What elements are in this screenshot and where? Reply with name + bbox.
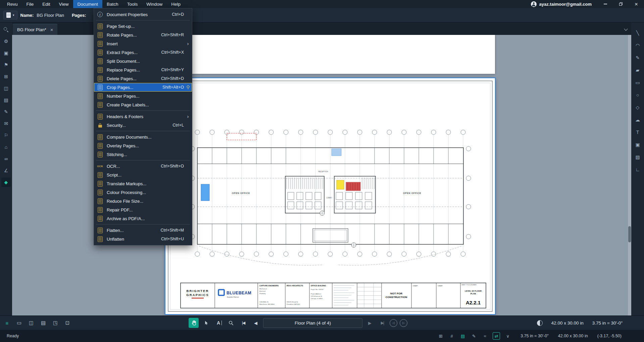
tab-close-icon[interactable]: ×	[50, 27, 53, 32]
markup-list-toggle-icon[interactable]: ≡	[3, 319, 11, 327]
line-tool-icon[interactable]: ╲	[633, 28, 642, 38]
rectangle-tool-icon[interactable]: ▭	[633, 78, 642, 87]
red-hatch-markup[interactable]	[346, 182, 360, 191]
text-tool-icon[interactable]: T	[633, 128, 642, 137]
next-view-button[interactable]: ▷	[400, 319, 407, 327]
menu-tools[interactable]: Tools	[123, 0, 142, 8]
blue-room-markup[interactable]	[332, 149, 341, 156]
first-page-button[interactable]: |◀	[238, 318, 248, 328]
stamp-tool-icon[interactable]: ▣	[633, 140, 642, 149]
signature-status-icon[interactable]: ≈	[482, 333, 488, 339]
menu-item[interactable]: Split Document... ›	[94, 57, 192, 65]
menu-item[interactable]: Create Page Labels... ›	[94, 100, 192, 109]
menu-item[interactable]: Insert ›	[94, 39, 192, 48]
search-panel-icon[interactable]	[1, 25, 11, 34]
thumbnails-panel-icon[interactable]: ⊞	[1, 72, 11, 81]
polygon-tool-icon[interactable]: ◇	[633, 103, 642, 112]
minimize-button[interactable]	[598, 0, 613, 8]
side-by-side-view-icon[interactable]: ◫	[27, 319, 36, 327]
spaces-panel-icon[interactable]: ⌂	[1, 142, 11, 152]
sync-status-icon[interactable]: ⇄	[493, 332, 500, 340]
fit-page-icon[interactable]: ⊡	[63, 319, 72, 327]
menu-item[interactable]: Extract Pages... Ctrl+Shift+X ›	[94, 48, 192, 57]
menu-edit[interactable]: Edit	[38, 0, 54, 8]
menu-item[interactable]: Compare Documents... ›	[94, 133, 192, 141]
vertical-scrollbar[interactable]	[628, 35, 631, 316]
menu-item[interactable]: Replace Pages... Ctrl+Shift+Y ›	[94, 65, 192, 74]
page-properties-icon[interactable]: ▤	[459, 333, 466, 339]
menu-item[interactable]: Flatten... Ctrl+Shift+M ›	[94, 226, 192, 235]
tab-bg-floor-plan[interactable]: BG Floor Plan* ×	[13, 24, 57, 35]
last-page-button[interactable]: ▶|	[377, 318, 387, 328]
tool-chest-panel-icon[interactable]: ▣	[1, 48, 11, 58]
blue-highlight-markup[interactable]	[201, 184, 209, 201]
menu-window[interactable]: Window	[142, 0, 167, 8]
previous-view-button[interactable]: ◁	[390, 319, 397, 327]
flags-panel-icon[interactable]: ⚐	[1, 131, 11, 140]
menu-item[interactable]: Headers & Footers ›	[94, 112, 192, 121]
menu-document[interactable]: Document	[73, 0, 103, 8]
tab-list-button[interactable]	[625, 26, 627, 32]
account-button[interactable]: ayaz.taimoor@gmail.com	[531, 1, 592, 7]
menu-item[interactable]: Archive as PDF/A... ›	[94, 214, 192, 223]
menu-item[interactable]: Script... ›	[94, 170, 192, 179]
menu-item[interactable]: Security... Ctrl+L ›	[94, 121, 192, 130]
menu-help[interactable]: Help	[167, 0, 185, 8]
ellipse-tool-icon[interactable]: ○	[633, 90, 642, 100]
pin-icon[interactable]	[186, 85, 190, 90]
cloud-tool-icon[interactable]: ☁	[633, 115, 642, 125]
layers-panel-icon[interactable]: ▤	[1, 95, 11, 105]
menu-item[interactable]: OCR... Ctrl+Shift+O ›	[94, 162, 192, 170]
markup-toggle-icon[interactable]: ✎	[470, 333, 477, 339]
grid-toggle-icon[interactable]: ⊞	[437, 333, 444, 339]
menu-item[interactable]: Colour Processing... ›	[94, 188, 192, 197]
measure-tool-icon[interactable]: ∟	[633, 165, 642, 174]
bookmarks-panel-icon[interactable]: ⚑	[1, 60, 11, 69]
menu-item[interactable]: Repair PDF... ›	[94, 205, 192, 214]
menu-item[interactable]: Translate Markups... ›	[94, 179, 192, 188]
menu-item[interactable]: Reduce File Size... ›	[94, 197, 192, 205]
pen-tool-icon[interactable]: ✎	[633, 53, 642, 62]
arc-tool-icon[interactable]: ◠	[633, 41, 642, 50]
highlighter-tool-icon[interactable]: ▰	[633, 65, 642, 75]
menu-file[interactable]: File	[22, 0, 38, 8]
menu-item[interactable]: Stitching... ›	[94, 150, 192, 159]
select-tool-button[interactable]	[201, 318, 211, 328]
zoom-tool-button[interactable]	[226, 318, 236, 328]
menu-revu[interactable]: Revu	[3, 0, 22, 8]
file-access-panel-icon[interactable]: ◫	[1, 84, 11, 93]
menu-item[interactable]: Overlay Pages... ›	[94, 141, 192, 150]
contrast-icon[interactable]	[537, 320, 543, 326]
hatch-tool-icon[interactable]: ▨	[633, 152, 642, 162]
menu-batch[interactable]: Batch	[102, 0, 123, 8]
page-indicator[interactable]: Floor Plan (4 of 4)	[263, 318, 362, 328]
comments-panel-icon[interactable]: ✉	[1, 119, 11, 128]
menu-item[interactable]: Rotate Pages... Ctrl+Shift+R ›	[94, 31, 192, 39]
page-setup-dropdown[interactable]: ▾	[3, 11, 17, 19]
current-page-floor-plan[interactable]: OPEN OFFICE OPEN OFFICE RECEPTION LOBBY …	[165, 78, 495, 314]
split-view-icon[interactable]: ▤	[39, 319, 48, 327]
menu-item[interactable]: Crop Pages... Shift+Alt+O ›	[94, 83, 192, 92]
snap-toggle-icon[interactable]: #	[448, 333, 455, 339]
menu-item[interactable]: Number Pages... ›	[94, 92, 192, 100]
menu-view[interactable]: View	[55, 0, 73, 8]
markup-list-panel-icon[interactable]: ✎	[1, 107, 11, 116]
pan-tool-button[interactable]	[189, 318, 199, 328]
restore-button[interactable]	[613, 0, 629, 8]
single-page-view-icon[interactable]: ▭	[15, 319, 23, 327]
previous-page-button[interactable]: ◀	[251, 318, 261, 328]
measurements-panel-icon[interactable]: ∠	[1, 166, 11, 175]
menu-item[interactable]: Unflatten Ctrl+Shift+U ›	[94, 235, 192, 243]
menu-item[interactable]: Page Set-up... ›	[94, 22, 192, 31]
next-page-button[interactable]: ▶	[365, 318, 375, 328]
links-panel-icon[interactable]: ∞	[1, 154, 11, 163]
studio-panel-icon[interactable]: ◆	[1, 178, 11, 187]
close-button[interactable]: ×	[629, 0, 644, 8]
properties-panel-icon[interactable]: ⚙	[1, 37, 11, 46]
rotate-view-icon[interactable]: ◳	[51, 319, 60, 327]
menu-item[interactable]: Document Properties Ctrl+D ›	[94, 10, 192, 19]
menu-item[interactable]: Delete Pages... Ctrl+Shift+D ›	[94, 74, 192, 83]
yellow-highlight-markup[interactable]	[337, 180, 344, 189]
status-expand-icon[interactable]: ∨	[504, 333, 511, 339]
select-text-tool-button[interactable]: A	[213, 318, 224, 328]
